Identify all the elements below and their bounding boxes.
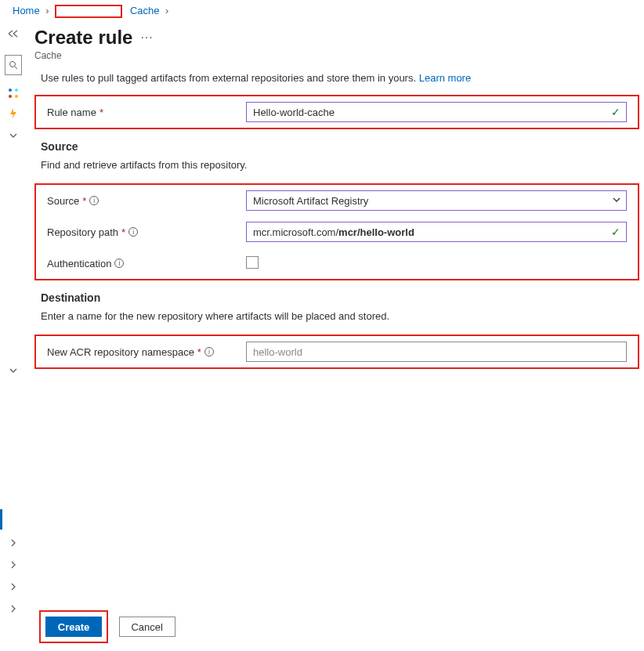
authentication-checkbox[interactable]	[246, 256, 259, 269]
sidebar-expand-item[interactable]	[0, 554, 27, 576]
collapse-toggle[interactable]	[0, 359, 27, 382]
redacted-breadcrumb	[55, 5, 122, 18]
collapse-toggle[interactable]	[0, 125, 27, 146]
page-title: Create rule	[34, 27, 132, 49]
source-select[interactable]: Microsoft Artifact Registry	[246, 190, 627, 211]
highlight-destination: New ACR repository namespace * i	[34, 335, 639, 369]
destination-section-subtitle: Enter a name for the new repository wher…	[41, 310, 639, 322]
svg-point-5	[15, 95, 18, 98]
info-icon[interactable]: i	[204, 347, 214, 356]
svg-line-1	[15, 67, 17, 69]
repository-path-label: Repository path * i	[47, 226, 246, 238]
check-icon: ✓	[611, 106, 620, 118]
source-label: Source * i	[47, 195, 246, 207]
namespace-label: New ACR repository namespace * i	[47, 346, 246, 358]
page-subtitle: Cache	[34, 50, 639, 61]
left-sidebar	[0, 22, 27, 651]
chevron-right-icon: ›	[162, 5, 172, 16]
source-section-title: Source	[41, 140, 639, 153]
info-icon[interactable]: i	[128, 227, 138, 237]
breadcrumb-home[interactable]: Home	[13, 5, 40, 16]
breadcrumb: Home › Cache ›	[0, 0, 644, 22]
highlight-create: Create	[39, 610, 108, 643]
expand-sidebar-icon[interactable]	[0, 22, 27, 45]
rule-name-label: Rule name *	[47, 107, 246, 118]
svg-point-2	[9, 89, 12, 92]
nav-icon-1[interactable]	[0, 85, 27, 102]
main-panel: Create rule ··· Cache Use rules to pull …	[34, 22, 639, 651]
highlight-source: Source * i Microsoft Artifact Registry R…	[34, 183, 639, 280]
svg-point-0	[9, 62, 15, 67]
check-icon: ✓	[611, 226, 620, 238]
highlight-rule-name: Rule name * ✓	[34, 95, 639, 129]
svg-point-3	[15, 89, 18, 92]
repository-path-input[interactable]: mcr.microsoft.com/mcr/hello-world	[246, 222, 627, 242]
authentication-label: Authentication i	[47, 258, 246, 269]
source-section-subtitle: Find and retrieve artifacts from this re…	[41, 159, 639, 171]
sidebar-expand-item[interactable]	[0, 532, 27, 554]
learn-more-link[interactable]: Learn more	[419, 72, 471, 84]
destination-section-title: Destination	[41, 291, 639, 304]
create-button[interactable]: Create	[45, 617, 102, 637]
sidebar-expand-item[interactable]	[0, 576, 27, 598]
info-icon[interactable]: i	[114, 259, 124, 268]
footer-actions: Create Cancel	[34, 601, 639, 651]
rule-name-input[interactable]	[246, 102, 627, 122]
breadcrumb-cache[interactable]: Cache	[130, 5, 160, 16]
info-icon[interactable]: i	[89, 196, 99, 205]
chevron-down-icon	[613, 196, 620, 205]
sidebar-bottom-list	[0, 532, 26, 620]
namespace-input[interactable]	[246, 342, 627, 362]
cancel-button[interactable]: Cancel	[119, 617, 175, 637]
nav-icon-2[interactable]	[0, 105, 27, 122]
sidebar-expand-item[interactable]	[0, 598, 27, 620]
page-description: Use rules to pull tagged artifacts from …	[41, 72, 639, 84]
search-input[interactable]	[5, 55, 22, 75]
svg-point-4	[9, 95, 12, 98]
sidebar-selection-indicator	[0, 509, 2, 530]
chevron-right-icon: ›	[42, 5, 52, 16]
more-actions-icon[interactable]: ···	[140, 31, 153, 45]
